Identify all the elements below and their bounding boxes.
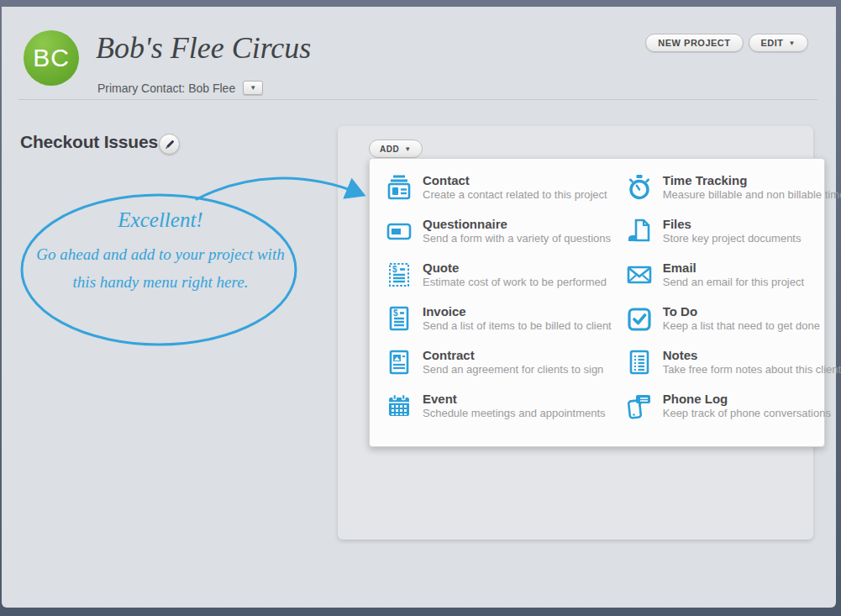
menu-item-description: Send an email for this project (663, 276, 804, 289)
todo-checkbox-icon (625, 304, 654, 333)
menu-item-title: Event (423, 392, 606, 406)
main-content-area: BC Bob's Flee Circus Primary Contact: Bo… (2, 7, 836, 608)
menu-item-contact[interactable]: Contact Create a contact related to this… (378, 171, 618, 204)
section-title: Checkout Issues (20, 132, 158, 152)
menu-item-files[interactable]: Files Store key project documents (618, 214, 841, 248)
new-project-button-label: NEW PROJECT (658, 38, 730, 48)
primary-contact: Primary Contact: Bob Flee ▼ (97, 81, 263, 95)
menu-item-text: Contract Send an agreement for clients t… (423, 348, 603, 376)
menu-item-contract[interactable]: Contract Send an agreement for clients t… (378, 345, 618, 379)
page-title: Bob's Flee Circus (96, 30, 311, 66)
menu-item-title: Phone Log (663, 392, 831, 406)
menu-item-notes[interactable]: Notes Take free form notes about this cl… (618, 345, 841, 379)
annotation-line-1: Excellent! (25, 208, 296, 232)
menu-item-invoice[interactable]: $ Invoice Send a list of items to be bil… (378, 302, 618, 335)
event-calendar-icon (385, 392, 413, 420)
add-button-label: ADD (380, 145, 399, 154)
edit-section-button[interactable] (159, 134, 180, 155)
menu-item-title: Questionnaire (423, 217, 611, 231)
menu-item-text: To Do Keep a list that need to get done (663, 304, 820, 333)
menu-item-event[interactable]: Event Schedule meetings and appointments (378, 389, 618, 423)
new-project-button[interactable]: NEW PROJECT (645, 34, 743, 52)
menu-item-title: Time Tracking (663, 173, 841, 187)
chevron-down-icon: ▼ (250, 84, 256, 92)
menu-item-description: Take free form notes about this client (663, 363, 841, 376)
edit-button[interactable]: EDIT ▼ (749, 34, 808, 52)
menu-item-title: Contract (423, 348, 603, 362)
email-envelope-icon (625, 261, 654, 289)
menu-item-description: Send a form with a variety of questions (423, 232, 611, 245)
header-buttons: NEW PROJECT EDIT ▼ (645, 34, 808, 52)
annotation-text: Excellent! Go ahead and add to your proj… (25, 208, 296, 296)
menu-item-phone-log[interactable]: Phone Log Keep track of phone conversati… (618, 389, 841, 423)
svg-text:$: $ (392, 265, 397, 274)
questionnaire-icon (385, 217, 413, 245)
menu-item-title: Notes (663, 348, 841, 362)
menu-item-title: To Do (663, 304, 820, 319)
primary-contact-dropdown-button[interactable]: ▼ (243, 81, 263, 95)
menu-item-description: Send a list of items to be billed to cli… (423, 319, 612, 333)
menu-item-description: Schedule meetings and appointments (423, 407, 606, 420)
menu-item-text: Event Schedule meetings and appointments (423, 392, 606, 420)
stopwatch-icon (625, 173, 654, 202)
menu-item-text: Invoice Send a list of items to be bille… (423, 304, 612, 333)
menu-item-description: Send an agreement for clients to sign (423, 363, 603, 376)
menu-item-description: Keep a list that need to get done (663, 319, 820, 333)
pencil-icon (164, 139, 176, 150)
add-menu-panel: Contact Create a contact related to this… (369, 158, 825, 447)
menu-item-title: Invoice (423, 304, 612, 319)
menu-item-quote[interactable]: $ Quote Estimate cost of work to be perf… (378, 258, 618, 292)
menu-item-text: Contact Create a contact related to this… (423, 173, 607, 202)
menu-item-text: Phone Log Keep track of phone conversati… (663, 392, 831, 420)
primary-contact-label: Primary Contact: Bob Flee (97, 82, 235, 95)
edit-button-label: EDIT (761, 38, 784, 48)
avatar: BC (24, 30, 79, 86)
contact-card-icon (385, 173, 413, 202)
menu-item-description: Create a contact related to this project (423, 188, 607, 202)
add-button[interactable]: ADD ▼ (369, 140, 423, 158)
annotation-line-3: this handy menu right here. (25, 268, 296, 296)
quote-icon: $ (385, 261, 413, 289)
chevron-down-icon: ▼ (404, 145, 411, 153)
menu-item-questionnaire[interactable]: Questionnaire Send a form with a variety… (378, 214, 618, 248)
menu-item-email[interactable]: Email Send an email for this project (618, 258, 841, 292)
menu-item-text: Files Store key project documents (663, 217, 802, 245)
menu-item-title: Quote (423, 261, 607, 275)
annotation-line-2: Go ahead and add to your project with (25, 240, 296, 268)
chevron-down-icon: ▼ (789, 39, 796, 47)
menu-item-title: Email (663, 261, 804, 275)
menu-item-description: Measure billable and non billable time (663, 188, 841, 202)
files-icon (625, 217, 654, 245)
invoice-icon: $ (385, 304, 413, 333)
header-divider (18, 99, 817, 100)
menu-item-text: Notes Take free form notes about this cl… (663, 348, 841, 376)
menu-item-title: Contact (423, 173, 607, 187)
menu-item-text: Time Tracking Measure billable and non b… (663, 173, 841, 202)
annotation-ellipse-and-arrow (10, 164, 384, 361)
svg-text:$: $ (393, 308, 398, 318)
contract-icon (385, 348, 413, 376)
menu-item-text: Quote Estimate cost of work to be perfor… (423, 261, 607, 289)
menu-item-text: Questionnaire Send a form with a variety… (423, 217, 611, 245)
menu-item-text: Email Send an email for this project (663, 261, 804, 289)
menu-item-to-do[interactable]: To Do Keep a list that need to get done (618, 302, 841, 335)
phone-log-icon (625, 392, 654, 420)
menu-item-time-tracking[interactable]: Time Tracking Measure billable and non b… (618, 171, 841, 204)
menu-item-description: Keep track of phone conversations (663, 407, 831, 420)
menu-item-description: Store key project documents (663, 232, 802, 245)
menu-item-description: Estimate cost of work to be performed (423, 276, 607, 289)
menu-item-title: Files (663, 217, 802, 231)
notes-icon (625, 348, 654, 376)
